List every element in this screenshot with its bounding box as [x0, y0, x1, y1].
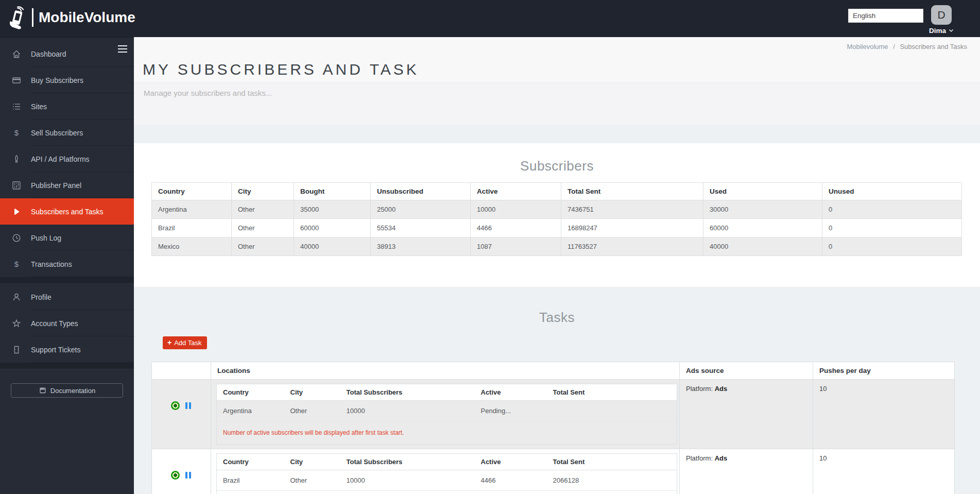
location-cell: 2066128	[547, 470, 677, 491]
subscribers-cell: 60000	[294, 219, 371, 237]
location-note-row: Number of active subscribers will be dis…	[217, 421, 677, 445]
brand-name: MobileVolume	[39, 9, 135, 26]
task-pushes-cell: 10	[813, 380, 955, 449]
subscribers-cell: 40000	[703, 237, 822, 256]
task-note	[217, 491, 677, 494]
avatar[interactable]: D	[931, 5, 952, 25]
subscribers-cell: Other	[232, 237, 294, 256]
location-cell: Pending...	[475, 401, 547, 421]
breadcrumb: Mobilevolume / Subscribers and Tasks	[847, 43, 967, 50]
location-row: ArgentinaOther10000Pending...	[217, 401, 677, 421]
user-name: Dima	[929, 27, 946, 35]
locations-column-header: Total Sent	[547, 454, 677, 470]
pause-task-button[interactable]	[184, 402, 192, 409]
ads-source-value: Ads	[715, 385, 728, 393]
sidebar-item-publisher-panel[interactable]: Publisher Panel	[0, 172, 134, 198]
task-controls-cell	[152, 449, 211, 494]
chevron-down-icon	[949, 29, 954, 32]
main-content: Mobilevolume / Subscribers and Tasks MY …	[134, 37, 980, 494]
tasks-heading: Tasks	[134, 287, 980, 326]
dollar-icon: $	[11, 128, 22, 138]
breadcrumb-root[interactable]: Mobilevolume	[847, 43, 888, 50]
ads-source-label: Platform:	[686, 385, 713, 393]
sidebar-item-api-ad-platforms[interactable]: API / Ad Platforms	[0, 146, 134, 172]
subscribers-column-header: City	[232, 183, 294, 200]
subscribers-cell: 0	[822, 200, 962, 219]
location-cell: 10000	[340, 470, 475, 491]
documentation-label: Documentation	[50, 387, 95, 395]
locations-column-header: Country	[217, 454, 284, 470]
locations-column-header: Country	[217, 384, 284, 401]
topbar: MobileVolume D Dima	[0, 0, 980, 37]
sidebar-item-sites[interactable]: Sites	[0, 93, 134, 120]
tasks-panel: Tasks + Add Task LocationsAds sourcePush…	[134, 287, 980, 494]
location-row: BrazilOther1000044662066128	[217, 470, 677, 491]
sidebar-item-label: Publisher Panel	[31, 181, 81, 190]
subscribers-column-header: Country	[152, 183, 232, 200]
subscribers-row: BrazilOther6000055534446616898247600000	[152, 219, 962, 237]
language-input[interactable]	[848, 9, 923, 23]
locations-column-header: Total Sent	[547, 384, 677, 401]
location-cell: Brazil	[217, 470, 284, 491]
ads-source-value: Ads	[715, 454, 728, 462]
page: MobileVolume D Dima DashboardBuy Subscri…	[0, 0, 980, 494]
subscribers-cell: Other	[232, 200, 294, 219]
page-title: MY SUBSCRIBERS AND TASK	[143, 61, 419, 78]
play-icon	[11, 207, 22, 217]
clock-icon	[11, 233, 22, 243]
locations-column-header: City	[284, 384, 340, 401]
sidebar-item-label: API / Ad Platforms	[31, 155, 90, 163]
subscribers-cell: 0	[822, 237, 962, 256]
add-task-button[interactable]: + Add Task	[163, 336, 207, 349]
subscribers-panel: Subscribers CountryCityBoughtUnsubscribe…	[134, 143, 980, 287]
task-locations-cell: CountryCityTotal SubscribersActiveTotal …	[211, 449, 680, 494]
user-menu[interactable]: Dima	[929, 27, 954, 35]
sidebar-separator	[0, 363, 134, 369]
locations-column-header: Total Subscribers	[340, 454, 475, 470]
subscribers-cell: 7436751	[561, 200, 703, 219]
locations-column-header: Total Subscribers	[340, 384, 475, 401]
sidebar-item-label: Profile	[31, 293, 51, 301]
pause-task-button[interactable]	[184, 472, 192, 479]
sidebar-separator	[0, 277, 134, 284]
plus-icon: +	[167, 339, 171, 346]
subscribers-cell: Mexico	[152, 237, 232, 256]
tasks-column-header: Ads source	[680, 362, 813, 380]
task-note: Number of active subscribers will be dis…	[217, 421, 677, 445]
home-icon	[11, 49, 22, 59]
location-cell: Argentina	[217, 401, 284, 421]
sidebar-item-sell-subscribers[interactable]: $Sell Subscribers	[0, 120, 134, 146]
sidebar-item-label: Subscribers and Tasks	[31, 208, 104, 216]
documentation-button[interactable]: Documentation	[11, 383, 123, 398]
subscribers-cell: 60000	[703, 219, 822, 237]
sidebar-item-subscribers-and-tasks[interactable]: Subscribers and Tasks	[0, 198, 134, 225]
sidebar-item-push-log[interactable]: Push Log	[0, 225, 134, 251]
sidebar-item-profile[interactable]: Profile	[0, 284, 134, 310]
task-row: CountryCityTotal SubscribersActiveTotal …	[152, 449, 955, 494]
documentation-icon	[39, 386, 47, 395]
sidebar-item-account-types[interactable]: Account Types	[0, 310, 134, 336]
sidebar-item-support-tickets[interactable]: Support Tickets	[0, 336, 134, 363]
brand[interactable]: MobileVolume	[7, 6, 135, 29]
sidebar-item-buy-subscribers[interactable]: Buy Subscribers	[0, 67, 134, 93]
location-cell: Other	[284, 401, 340, 421]
subscribers-column-header: Used	[703, 183, 822, 200]
task-status-running-icon	[171, 401, 180, 410]
section-divider-band	[134, 125, 980, 143]
breadcrumb-separator: /	[893, 43, 895, 50]
subscribers-cell: 4466	[471, 219, 561, 237]
locations-table: CountryCityTotal SubscribersActiveTotal …	[216, 453, 677, 494]
sidebar-item-transactions[interactable]: $Transactions	[0, 251, 134, 277]
svg-text:$: $	[14, 260, 19, 268]
subscribers-cell: 11763527	[561, 237, 703, 256]
subscribers-cell: 16898247	[561, 219, 703, 237]
locations-column-header: Active	[475, 454, 547, 470]
subscribers-cell: 55534	[371, 219, 471, 237]
subscribers-table-container: CountryCityBoughtUnsubscribedActiveTotal…	[134, 182, 980, 256]
tasks-column-header	[152, 362, 211, 380]
subscribers-cell: 25000	[371, 200, 471, 219]
sidebar-item-dashboard[interactable]: Dashboard	[0, 41, 134, 67]
location-cell: 10000	[340, 401, 475, 421]
subscribers-cell: 40000	[294, 237, 371, 256]
ticket-icon	[11, 345, 22, 355]
